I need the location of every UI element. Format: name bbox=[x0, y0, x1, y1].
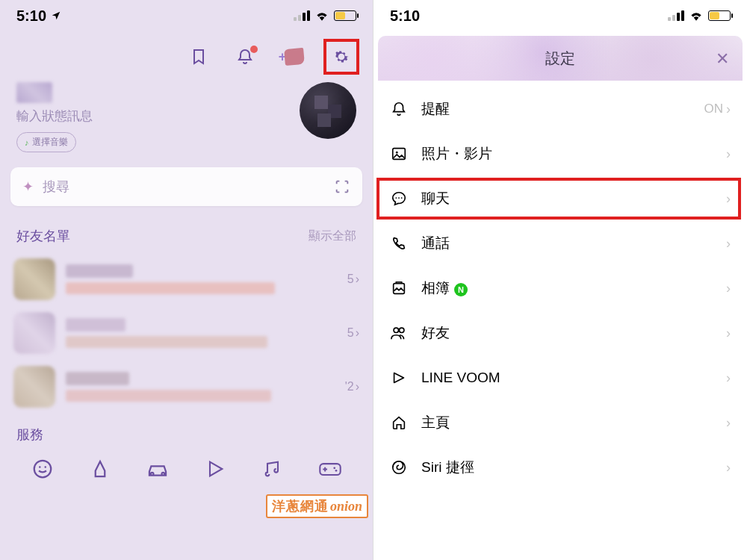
friend-count: 5› bbox=[347, 273, 359, 286]
profile-area: 輸入狀態訊息 ♪ 選擇音樂 bbox=[0, 79, 373, 160]
settings-row-album[interactable]: 相簿N› bbox=[374, 266, 747, 311]
settings-value: › bbox=[726, 460, 731, 476]
theme-button[interactable] bbox=[85, 454, 115, 484]
svg-point-0 bbox=[34, 461, 51, 478]
location-icon bbox=[51, 10, 61, 21]
settings-value: › bbox=[726, 326, 731, 341]
friend-row[interactable]: 5› bbox=[0, 306, 373, 360]
settings-row-home[interactable]: 主頁› bbox=[374, 400, 747, 445]
friend-row[interactable]: 5› bbox=[0, 252, 373, 306]
service-icons bbox=[0, 447, 373, 491]
scan-icon[interactable] bbox=[334, 178, 350, 195]
close-button[interactable]: ✕ bbox=[716, 49, 729, 69]
avatar[interactable] bbox=[300, 82, 356, 139]
settings-value: › bbox=[726, 191, 731, 207]
sticker-button[interactable] bbox=[28, 454, 58, 484]
service-title: 服務 bbox=[0, 414, 373, 447]
chevron-right-icon: › bbox=[726, 236, 731, 252]
settings-label: LINE VOOM bbox=[421, 370, 713, 386]
play-icon bbox=[205, 458, 226, 479]
settings-row-chat[interactable]: 聊天› bbox=[374, 176, 747, 221]
settings-value: › bbox=[726, 370, 731, 386]
settings-row-voom[interactable]: LINE VOOM› bbox=[374, 355, 747, 400]
status-bar: 5:10 bbox=[0, 0, 373, 31]
settings-label: 通話 bbox=[421, 234, 713, 253]
settings-list: 提醒ON›照片・影片›聊天›通話›相簿N›好友›LINE VOOM›主頁›Sir… bbox=[374, 81, 747, 496]
svg-point-8 bbox=[395, 197, 397, 199]
svg-rect-11 bbox=[394, 284, 405, 294]
settings-label: 主頁 bbox=[421, 413, 713, 432]
play-button[interactable] bbox=[200, 454, 230, 484]
bookmark-button[interactable] bbox=[185, 43, 213, 71]
chevron-right-icon: › bbox=[726, 146, 731, 162]
settings-row-friends[interactable]: 好友› bbox=[374, 311, 747, 355]
settings-button[interactable] bbox=[327, 43, 356, 71]
photo-icon bbox=[390, 145, 408, 163]
friend-count: 5› bbox=[347, 326, 359, 340]
settings-value: › bbox=[726, 236, 731, 252]
svg-point-13 bbox=[399, 328, 403, 332]
notifications-button[interactable] bbox=[231, 43, 259, 71]
watermark-cn: 洋蔥網通 bbox=[272, 497, 329, 515]
chevron-right-icon: › bbox=[726, 460, 731, 476]
friend-row[interactable]: '2› bbox=[0, 360, 373, 414]
settings-label: 相簿N bbox=[421, 279, 713, 298]
status-indicators bbox=[294, 10, 356, 21]
friend-count: '2› bbox=[345, 380, 359, 393]
settings-row-siri[interactable]: Siri 捷徑› bbox=[374, 445, 747, 490]
sparkle-icon: ✦ bbox=[22, 178, 34, 195]
settings-header: 設定 ✕ bbox=[374, 36, 747, 81]
character-icon bbox=[284, 48, 305, 66]
album-icon bbox=[390, 279, 408, 297]
svg-point-4 bbox=[334, 467, 336, 469]
svg-point-9 bbox=[398, 197, 400, 199]
chevron-right-icon: › bbox=[726, 326, 731, 341]
settings-row-bell[interactable]: 提醒ON› bbox=[374, 87, 747, 131]
chevron-right-icon: › bbox=[726, 415, 731, 431]
notification-dot-icon bbox=[250, 46, 258, 53]
music-chip[interactable]: ♪ 選擇音樂 bbox=[16, 132, 76, 152]
add-friend-button[interactable]: + bbox=[277, 43, 306, 71]
svg-point-12 bbox=[394, 328, 398, 332]
show-all-link[interactable]: 顯示全部 bbox=[309, 228, 356, 244]
music-note-icon: ♪ bbox=[25, 138, 29, 147]
status-placeholder[interactable]: 輸入狀態訊息 bbox=[16, 108, 93, 125]
search-bar[interactable]: ✦ 搜尋 bbox=[10, 167, 362, 206]
home-icon bbox=[390, 414, 408, 432]
car-button[interactable] bbox=[143, 454, 173, 484]
gear-icon bbox=[332, 47, 351, 66]
settings-value: › bbox=[726, 146, 731, 162]
battery-icon bbox=[334, 10, 356, 21]
signal-icon bbox=[294, 10, 310, 21]
svg-rect-6 bbox=[393, 149, 406, 160]
watermark: 洋蔥網通 onion bbox=[266, 494, 368, 518]
music-chip-label: 選擇音樂 bbox=[32, 136, 68, 149]
status-time: 5:10 bbox=[16, 7, 61, 25]
settings-label: 好友 bbox=[421, 323, 713, 343]
voom-icon bbox=[390, 369, 408, 387]
status-bar: 5:10 bbox=[374, 0, 747, 31]
friends-title: 好友名單 bbox=[16, 227, 70, 245]
profile-name-blurred bbox=[16, 82, 52, 103]
settings-row-photo[interactable]: 照片・影片› bbox=[374, 131, 747, 176]
settings-screen: 5:10 設定 ✕ 提醒ON›照片・影片›聊天›通話›相簿N›好友›LINE V… bbox=[374, 0, 747, 560]
settings-label: 聊天 bbox=[421, 189, 713, 208]
new-badge: N bbox=[454, 283, 468, 296]
friend-avatar-blurred bbox=[13, 312, 55, 354]
status-time: 5:10 bbox=[390, 7, 420, 25]
settings-row-phone[interactable]: 通話› bbox=[374, 221, 747, 266]
settings-highlight-frame bbox=[323, 39, 359, 75]
game-button[interactable] bbox=[315, 454, 345, 484]
music-button[interactable] bbox=[258, 454, 288, 484]
wifi-icon bbox=[689, 10, 704, 21]
settings-title: 設定 bbox=[545, 49, 575, 69]
signal-icon bbox=[668, 10, 684, 21]
settings-value: ON› bbox=[704, 102, 731, 117]
friends-icon bbox=[390, 324, 408, 342]
chevron-right-icon: › bbox=[726, 102, 731, 117]
phone-icon bbox=[390, 234, 408, 252]
music-icon bbox=[262, 458, 283, 479]
svg-point-2 bbox=[44, 466, 46, 468]
chevron-right-icon: › bbox=[726, 281, 731, 296]
friends-header: 好友名單 顯示全部 bbox=[0, 214, 373, 252]
